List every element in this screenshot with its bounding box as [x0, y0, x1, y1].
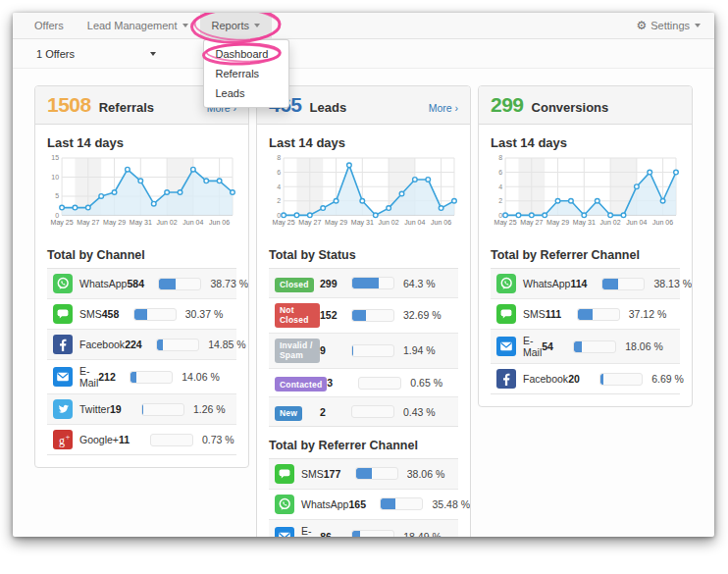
panel-conversions: 299ConversionsLast 14 days02468May 25May… — [478, 85, 693, 407]
channel-row: WhatsApp11438.13 % — [491, 269, 680, 299]
row-count: 2 — [320, 406, 351, 418]
chart-heading: Last 14 days — [269, 135, 458, 150]
settings-menu[interactable]: ⚙ Settings — [622, 13, 714, 38]
stats-panels: 1508ReferralsMore ›Last 14 days051015May… — [34, 85, 693, 537]
svg-text:Jun 04: Jun 04 — [626, 219, 647, 226]
row-percent: 1.26 % — [193, 403, 242, 415]
row-count: 165 — [348, 498, 380, 510]
progress-bar — [573, 340, 616, 353]
svg-text:0: 0 — [498, 212, 502, 219]
svg-text:May 31: May 31 — [573, 219, 596, 227]
channel-label: SMS — [301, 468, 324, 480]
row-percent: 32.69 % — [403, 309, 452, 321]
trend-chart-svg: 051015May 25May 27May 29May 31Jun 02Jun … — [47, 154, 236, 236]
status-badge-wrap: New — [275, 402, 320, 421]
nav-item-reports[interactable]: Reports — [200, 13, 273, 38]
channel-label: Google+ — [79, 434, 119, 445]
googleplus-icon: g+ — [53, 430, 73, 449]
svg-text:May 27: May 27 — [520, 219, 543, 227]
row-count: 299 — [320, 278, 351, 289]
progress-bar — [351, 277, 394, 289]
progress-fill — [352, 310, 366, 321]
progress-fill — [381, 498, 395, 509]
progress-fill — [574, 341, 582, 352]
email-icon — [496, 337, 516, 356]
reports-menu-list: DashboardReferralsLeads — [204, 44, 288, 103]
panel-header: 465LeadsMore › — [257, 86, 470, 125]
svg-text:May 31: May 31 — [351, 219, 374, 227]
offers-select[interactable]: 1 Offers — [36, 48, 156, 60]
status-row: Invalid / Spam91.94 % — [269, 334, 458, 369]
row-percent: 64.3 % — [403, 278, 452, 289]
menu-item-dashboard[interactable]: Dashboard — [204, 44, 288, 64]
nav-item-offers[interactable]: Offers — [23, 13, 76, 38]
status-badge: New — [275, 406, 302, 421]
panel-body: Last 14 days051015May 25May 27May 29May … — [35, 125, 248, 467]
channel-label: WhatsApp — [301, 498, 348, 510]
progress-bar — [158, 278, 201, 290]
stats-table: Closed29964.3 %Not Closed15232.69 %Inval… — [269, 268, 458, 427]
dashboard-content: 1508ReferralsMore ›Last 14 days051015May… — [13, 69, 714, 537]
trend-chart: 02468May 25May 27May 29May 31Jun 02Jun 0… — [491, 154, 680, 236]
chevron-down-icon — [150, 52, 156, 56]
channel-row: WhatsApp58438.73 % — [47, 269, 236, 299]
status-badge: Contacted — [275, 377, 327, 391]
whatsapp-icon — [275, 495, 294, 514]
row-percent: 30.37 % — [185, 308, 234, 320]
stats-table: WhatsApp58438.73 %SMS45830.37 %Facebook2… — [47, 268, 236, 455]
svg-text:Jun 02: Jun 02 — [600, 219, 621, 226]
gear-icon: ⚙ — [636, 20, 647, 31]
row-count: 11 — [119, 434, 150, 445]
panel-count: 1508 — [47, 93, 91, 117]
row-percent: 14.06 % — [182, 371, 231, 383]
progress-bar — [355, 467, 398, 480]
progress-fill — [142, 404, 143, 415]
panel-title: Leads — [310, 100, 347, 115]
trend-chart: 051015May 25May 27May 29May 31Jun 02Jun … — [47, 154, 236, 236]
progress-fill — [134, 309, 147, 320]
status-badge: Not Closed — [275, 303, 320, 328]
channel-label: SMS — [79, 308, 102, 320]
menu-item-referrals[interactable]: Referrals — [204, 64, 288, 83]
svg-text:2: 2 — [498, 197, 502, 204]
progress-fill — [356, 468, 372, 479]
row-percent: 38.73 % — [210, 278, 249, 289]
menu-item-leads[interactable]: Leads — [204, 83, 288, 103]
svg-text:15: 15 — [51, 154, 59, 161]
reports-dropdown-menu: DashboardReferralsLeads — [203, 39, 289, 108]
panel-header: 299Conversions — [479, 86, 692, 125]
row-percent: 38.06 % — [407, 468, 456, 480]
channel-row: Twitter191.26 % — [47, 394, 236, 425]
progress-fill — [352, 531, 360, 537]
svg-text:May 29: May 29 — [325, 219, 347, 227]
twitter-icon — [53, 399, 73, 419]
svg-text:2: 2 — [277, 197, 281, 204]
status-row: Closed29964.3 % — [269, 269, 458, 298]
channel-row: SMS45830.37 % — [47, 299, 236, 330]
svg-text:May 31: May 31 — [130, 219, 152, 227]
row-percent: 35.48 % — [432, 498, 471, 510]
channel-label: E-Mail — [523, 335, 542, 358]
nav-item-label: Lead Management — [87, 20, 178, 31]
row-count: 54 — [542, 340, 573, 352]
channel-row: E-Mail21214.06 % — [47, 360, 236, 394]
status-badge-wrap: Contacted — [275, 374, 327, 392]
settings-label: Settings — [650, 20, 690, 31]
channel-row: E-Mail8618.49 % — [269, 520, 458, 537]
progress-bar — [156, 339, 199, 351]
status-row: New20.43 % — [269, 397, 458, 426]
progress-fill — [130, 372, 136, 383]
svg-text:g: g — [59, 434, 65, 447]
svg-text:May 27: May 27 — [77, 219, 99, 227]
row-percent: 0.65 % — [410, 377, 459, 389]
nav-item-lead-management[interactable]: Lead Management — [76, 13, 200, 38]
channel-label: SMS — [523, 308, 546, 320]
stats-table: SMS17738.06 %WhatsApp16535.48 %E-Mail861… — [269, 458, 458, 537]
progress-fill — [157, 339, 163, 350]
panel-referrals: 1508ReferralsMore ›Last 14 days051015May… — [34, 85, 249, 468]
row-count: 224 — [125, 339, 156, 350]
more-link[interactable]: More › — [429, 102, 458, 114]
svg-text:0: 0 — [55, 212, 59, 219]
row-percent: 1.94 % — [403, 344, 452, 356]
row-count: 458 — [102, 308, 133, 320]
